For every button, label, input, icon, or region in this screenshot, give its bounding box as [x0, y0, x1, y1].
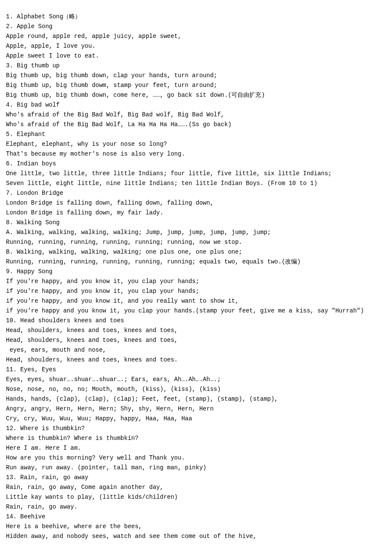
text-line: 14. Beehive [6, 512, 386, 522]
text-line: 7. London Bridge [6, 188, 386, 198]
text-line: Who's afraid of the Big Bad Wolf, Big Ba… [6, 110, 386, 120]
text-line: Apple, apple, I love you. [6, 41, 386, 51]
text-line: Apple round, apple red, apple juicy, app… [6, 32, 386, 41]
text-line: Big thumb up, big thumb dowm, stamp your… [6, 81, 386, 90]
text-line: Cry, cry, Wuu, Wuu, Wuu; Happy, happy, H… [6, 414, 386, 424]
text-line: Head, shoulders, knees and toes, knees a… [6, 335, 386, 345]
text-line: 8. Walking Song [6, 218, 386, 228]
text-line: 1. Alphabet Song（略） [6, 12, 386, 22]
text-line: 12. Where is thumbkin? [6, 424, 386, 434]
text-line: Little kay wants to play, (little kids/c… [6, 492, 386, 502]
text-line: eyes, ears, mouth and nose, [6, 345, 386, 355]
text-line: Big thumb up, big thumb down, come here,… [6, 90, 386, 100]
text-line: Head, shoulders, knees and toes, knees a… [6, 355, 386, 365]
text-line: Run away, run away. (pointer, tall man, … [6, 463, 386, 473]
text-line: Running, running, running, running, runn… [6, 257, 386, 267]
document-body: 1. Alphabet Song（略）2. Apple SongApple ro… [0, 0, 392, 553]
text-line: How are you this morning? Very well and … [6, 453, 386, 463]
text-line: Hands, hands, (clap), (clap), (clap); Fe… [6, 394, 386, 404]
text-line: B. Walking, walking, walking, walking; o… [6, 247, 386, 257]
text-line: 5. Elephant [6, 130, 386, 139]
text-line: Here I am. Here I am. [6, 443, 386, 453]
text-line: Eyes, eyes, shuar….shuar….shuar….; Ears,… [6, 375, 386, 384]
text-line: Nose, nose, no, no, no; Mouth, mouth, (k… [6, 384, 386, 394]
text-line: Running, running, running, running, runn… [6, 237, 386, 247]
text-line: Big thumb up, big thumb down, clap your … [6, 71, 386, 81]
text-line: 2. Apple Song [6, 22, 386, 32]
text-line: One little, two little, three little Ind… [6, 169, 386, 179]
text-line: Who's afraid of the Big Bad Wolf, La Ha … [6, 120, 386, 130]
text-line: If you're happy, and you know it, you cl… [6, 277, 386, 286]
text-line: 13. Rain, rain, go away [6, 473, 386, 483]
text-line: if you're happy, and you know it, you cl… [6, 286, 386, 296]
text-line: Angry, angry, Hern, Hern, Hern; Shy, shy… [6, 404, 386, 414]
text-line: if you're happy and you know it, you cla… [6, 306, 386, 316]
text-line: 10. Head shoulders knees and toes [6, 316, 386, 326]
text-line: Rain, rain, go away, Come again another … [6, 483, 386, 492]
text-line: Head, shoulders, knees and toes, knees a… [6, 326, 386, 335]
text-line: Elephant, elephant, why is your nose so … [6, 139, 386, 149]
text-line: Here is a beehive, where are the bees, [6, 522, 386, 532]
text-line: 6. Indian boys [6, 159, 386, 169]
text-line: if you're happy, and you know it, and yo… [6, 296, 386, 306]
text-line: A. Walking, walking, walking, walking; J… [6, 228, 386, 237]
text-line: Hidden away, and nobody sees, watch and … [6, 532, 386, 541]
text-line: Rain, rain, go away. [6, 502, 386, 512]
text-line: 11. Eyes, Eyes [6, 365, 386, 375]
text-line: 3. Big thumb up [6, 61, 386, 71]
text-line: That's because my mother's nose is also … [6, 149, 386, 159]
text-line: London Bridge is falling down, my fair l… [6, 208, 386, 218]
text-line: 9. Happy Song [6, 267, 386, 277]
text-line: Where is thumbkin? Where is thumbkin? [6, 434, 386, 443]
text-line: Apple sweet I love to eat. [6, 51, 386, 61]
text-line: Seven little, eight little, nine little … [6, 179, 386, 188]
text-line: 4. Big bad wolf [6, 100, 386, 110]
text-line: London Bridge is falling down, falling d… [6, 198, 386, 208]
